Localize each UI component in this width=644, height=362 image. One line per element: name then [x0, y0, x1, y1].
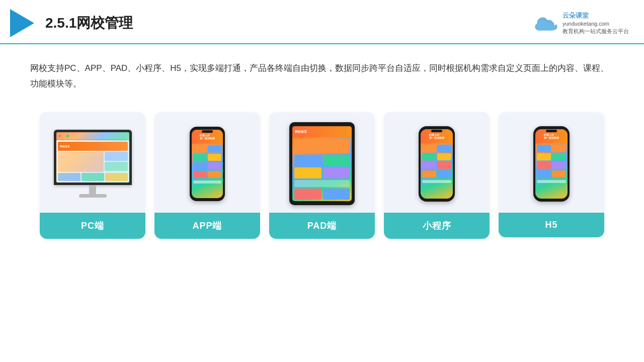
card-pc-image: 网校首页 [40, 112, 145, 213]
cloud-icon [534, 14, 559, 32]
phone-notch-h5 [546, 130, 557, 132]
brand-text: 云朵课堂 yunduoketang.com 教育机构一站式服务云平台 [562, 11, 629, 36]
logo-triangle-icon [10, 9, 34, 37]
page-title: 2.5.1网校管理 [45, 14, 133, 33]
description-text: 网校支持PC、APP、PAD、小程序、H5，实现多端打通，产品各终端自由切换，数… [30, 60, 614, 92]
card-h5-image: 职通人的第一堂训练课 [499, 112, 604, 213]
phone-notch [202, 130, 213, 133]
card-app: 职通人的第一堂训练课 [154, 112, 260, 239]
header-left: 2.5.1网校管理 [10, 9, 133, 37]
card-app-image: 职通人的第一堂训练课 [154, 112, 260, 213]
tablet-mockup-pad: 网校首页 [289, 122, 355, 205]
card-app-label: APP端 [154, 213, 260, 239]
card-pc-label: PC端 [40, 213, 145, 239]
card-miniprogram: 职通人的第一堂训练课 [384, 112, 490, 239]
brand-logo: 云朵课堂 yunduoketang.com 教育机构一站式服务云平台 [534, 11, 629, 36]
phone-notch-mini [431, 130, 442, 132]
card-h5: 职通人的第一堂训练课 [499, 112, 604, 237]
page-header: 2.5.1网校管理 云朵课堂 yunduoketang.com 教育机构一站式服… [0, 0, 644, 44]
pc-monitor-mockup: 网校首页 [54, 130, 132, 198]
card-pc: 网校首页 [40, 112, 145, 239]
device-cards-row: 网校首页 [30, 112, 614, 239]
card-h5-label: H5 [499, 213, 604, 237]
phone-mockup-mini: 职通人的第一堂训练课 [419, 126, 455, 202]
phone-mockup-app: 职通人的第一堂训练课 [190, 127, 225, 201]
card-miniprogram-image: 职通人的第一堂训练课 [384, 112, 490, 213]
card-pad: 网校首页 PAD [269, 112, 375, 239]
card-miniprogram-label: 小程序 [384, 213, 490, 239]
card-pad-image: 网校首页 [269, 112, 375, 213]
card-pad-label: PAD端 [269, 213, 375, 239]
phone-mockup-h5: 职通人的第一堂训练课 [533, 126, 570, 202]
main-content: 网校支持PC、APP、PAD、小程序、H5，实现多端打通，产品各终端自由切换，数… [0, 44, 644, 249]
